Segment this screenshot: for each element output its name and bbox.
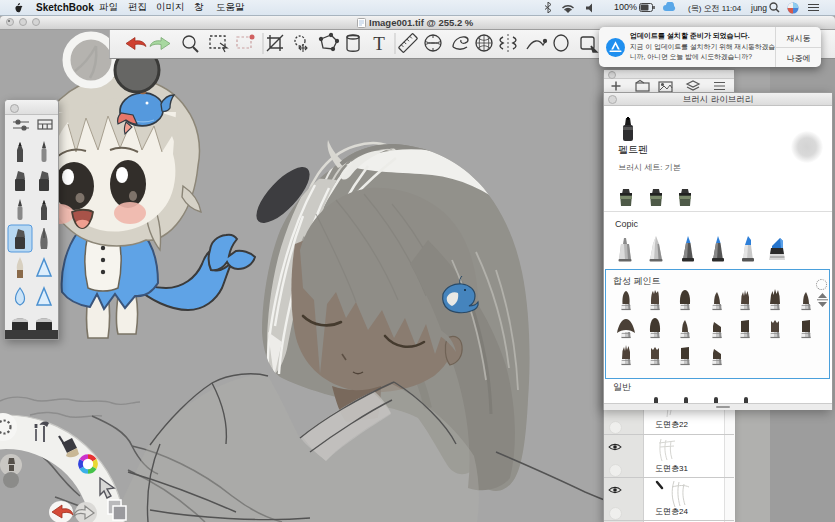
svg-text:T: T — [373, 33, 385, 54]
